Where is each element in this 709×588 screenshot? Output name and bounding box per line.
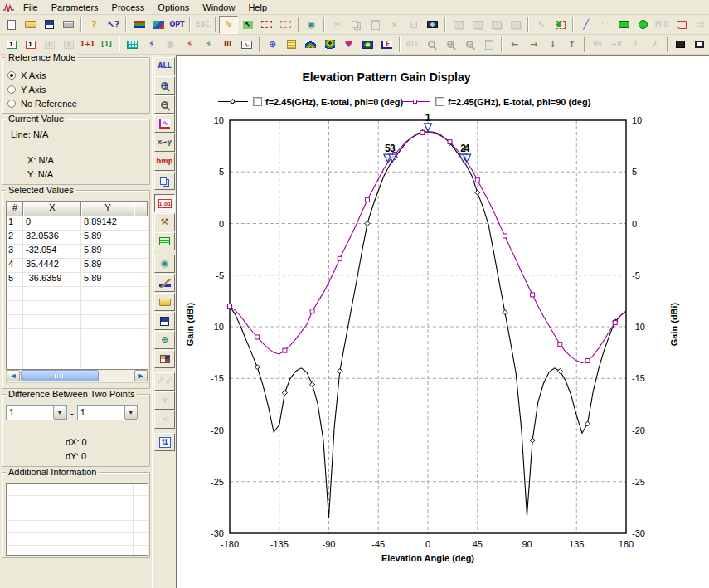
graph-tools-button[interactable]: ⚒ bbox=[154, 213, 175, 231]
notes-editor-button[interactable] bbox=[282, 36, 301, 54]
graph-zoom-in-icon: + bbox=[161, 82, 168, 90]
window-tile-button[interactable]: 1+1 bbox=[78, 36, 97, 54]
pattern-3d-button[interactable] bbox=[301, 36, 320, 54]
xy-reference-button[interactable]: x→y bbox=[154, 134, 175, 152]
radio-icon[interactable] bbox=[7, 85, 16, 94]
near-field-view-button[interactable] bbox=[358, 36, 377, 54]
graph-zoom-all-button[interactable]: ALL bbox=[154, 57, 175, 75]
data-table-button[interactable] bbox=[154, 232, 175, 250]
reference-option-no-reference[interactable]: No Reference bbox=[6, 96, 146, 110]
capture-image-button[interactable] bbox=[423, 16, 442, 34]
table-row-1[interactable]: 108.89142 bbox=[7, 216, 148, 231]
pan-left-button[interactable]: ← bbox=[505, 36, 524, 54]
antenna-array-button[interactable]: III bbox=[218, 36, 237, 54]
open-file-button[interactable] bbox=[21, 16, 40, 34]
window-select-1-button[interactable]: 1 bbox=[2, 36, 21, 54]
draw-circle-button[interactable] bbox=[634, 16, 653, 34]
menu-options[interactable]: Options bbox=[151, 1, 196, 14]
optimize-button[interactable]: OPT bbox=[168, 16, 187, 34]
pan-right-button[interactable]: → bbox=[524, 36, 543, 54]
table-h-scrollbar[interactable]: ◄ ► bbox=[6, 370, 148, 383]
axes-settings-button[interactable]: ∿ bbox=[154, 114, 175, 133]
reference-option-y-axis[interactable]: Y Axis bbox=[6, 82, 146, 96]
simulate-current-button[interactable]: ⚡ bbox=[180, 36, 199, 54]
export-web-button[interactable]: ⊕ bbox=[154, 331, 175, 349]
graph-zoom-out-button[interactable]: − bbox=[154, 95, 175, 114]
fill-outline-button[interactable] bbox=[690, 36, 709, 54]
refresh-graph-button[interactable]: ⇅ bbox=[154, 433, 175, 451]
reference-option-x-axis[interactable]: X Axis bbox=[6, 68, 146, 82]
selected-values-table[interactable]: #XY 108.89142232.05365.893-32.0545.89435… bbox=[6, 201, 148, 370]
help-button[interactable]: ? bbox=[85, 16, 104, 34]
current-distribution-button[interactable] bbox=[320, 36, 339, 54]
select-region-button[interactable] bbox=[257, 16, 276, 34]
menu-window[interactable]: Window bbox=[196, 1, 241, 14]
simulate-button[interactable]: ⚡ bbox=[142, 36, 161, 54]
mesh-view-button[interactable] bbox=[123, 36, 142, 54]
shift-shape-1-icon bbox=[454, 21, 464, 29]
menu-file[interactable]: File bbox=[17, 1, 45, 14]
print-button[interactable] bbox=[59, 16, 78, 34]
draw-rectangle-button[interactable] bbox=[614, 16, 634, 34]
table-row-3[interactable]: 3-32.0545.89 bbox=[7, 245, 148, 259]
deselect-region-button[interactable] bbox=[276, 16, 295, 34]
scroll-left-button[interactable]: ◄ bbox=[7, 370, 20, 381]
pan-down-button[interactable]: ↓ bbox=[543, 36, 562, 54]
save-file-button[interactable] bbox=[40, 16, 59, 34]
scroll-thumb[interactable] bbox=[21, 370, 99, 381]
display-toggle-button[interactable]: ◉ bbox=[154, 255, 175, 273]
draw-line-button[interactable]: ╱ bbox=[576, 16, 595, 34]
open-graph-button[interactable] bbox=[154, 293, 175, 311]
chevron-down-icon[interactable]: ▼ bbox=[53, 406, 66, 420]
edit-style-brush-button[interactable] bbox=[154, 274, 175, 292]
draw-pencil-button[interactable]: ✎ bbox=[219, 16, 238, 34]
layer-stack-button[interactable] bbox=[148, 16, 168, 34]
select-object-button[interactable]: ↖ bbox=[238, 16, 257, 34]
legend-checkbox-phi0[interactable] bbox=[253, 97, 262, 106]
table-row-4[interactable]: 435.44425.89 bbox=[7, 259, 148, 273]
radio-icon[interactable] bbox=[7, 71, 16, 80]
column-header-#[interactable]: # bbox=[7, 202, 23, 216]
menu-parameters[interactable]: Parameters bbox=[45, 1, 105, 14]
copy-graph-button[interactable] bbox=[154, 172, 175, 190]
legend-checkbox-phi90[interactable] bbox=[435, 97, 444, 106]
table-row-2[interactable]: 232.05365.89 bbox=[7, 231, 148, 245]
scroll-right-button[interactable]: ► bbox=[134, 370, 148, 381]
new-file-button[interactable] bbox=[2, 16, 21, 34]
menu-process[interactable]: Process bbox=[105, 1, 152, 14]
simulate-pattern-button[interactable]: ⚡ bbox=[199, 36, 218, 54]
scale-2-button: 2 bbox=[645, 36, 664, 54]
radiation-sphere-button[interactable]: ⊕ bbox=[263, 36, 282, 54]
column-header-X[interactable]: X bbox=[23, 202, 81, 216]
column-header-blank[interactable] bbox=[134, 202, 148, 216]
scroll-track[interactable] bbox=[99, 370, 134, 382]
additional-info-box[interactable] bbox=[6, 483, 148, 556]
menu-help[interactable]: Help bbox=[241, 1, 274, 14]
pan-up-button[interactable]: ↑ bbox=[562, 36, 581, 54]
radio-icon[interactable] bbox=[7, 100, 16, 108]
diff-point-b-select[interactable]: 1 ▼ bbox=[77, 405, 138, 420]
pattern-bitmap-button[interactable] bbox=[154, 350, 175, 368]
marker-values-button[interactable]: 1.01 bbox=[154, 194, 175, 212]
table-row-5[interactable]: 5-36.63595.89 bbox=[7, 273, 148, 287]
sparam-display-button[interactable]: ∿ bbox=[237, 36, 256, 54]
export-bmp-button[interactable]: bmp bbox=[154, 153, 175, 171]
graph-zoom-in-button[interactable]: + bbox=[154, 76, 175, 95]
save-graph-button[interactable] bbox=[154, 312, 175, 330]
window-inspect-1-button[interactable]: 1 bbox=[21, 36, 40, 54]
radiation-heart-button[interactable]: ♥ bbox=[339, 36, 358, 54]
chevron-down-icon[interactable]: ▼ bbox=[124, 406, 138, 420]
draw-circle-icon bbox=[639, 20, 648, 29]
view-visibility-button[interactable]: ◉ bbox=[302, 16, 321, 34]
column-header-Y[interactable]: Y bbox=[81, 202, 134, 216]
field-chart-button[interactable]: E bbox=[377, 36, 396, 54]
diff-point-a-select[interactable]: 1 ▼ bbox=[6, 405, 67, 420]
context-help-button[interactable]: ↖? bbox=[104, 16, 123, 34]
layer-colors-button[interactable] bbox=[129, 16, 148, 34]
svg-text:0: 0 bbox=[425, 539, 430, 549]
draw-polygon-button[interactable] bbox=[672, 16, 691, 34]
edit-vertex-button[interactable] bbox=[551, 16, 570, 34]
fill-black-button[interactable] bbox=[671, 36, 690, 54]
cell bbox=[7, 343, 23, 357]
window-duplicate-button[interactable]: [1] bbox=[97, 36, 116, 54]
